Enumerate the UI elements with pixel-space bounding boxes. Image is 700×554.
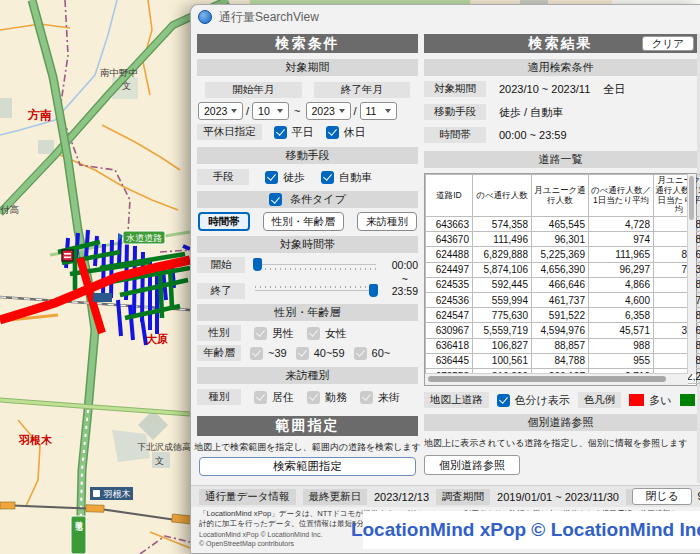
table-cell: 5,225,369 (532, 247, 589, 262)
end-year-select[interactable]: 2023 (306, 102, 351, 120)
slash: / (246, 105, 249, 117)
table-row[interactable]: 636418106,82788,8579888 (426, 338, 700, 353)
slider-thumb[interactable] (253, 258, 262, 271)
start-month-select[interactable]: 10 (252, 102, 289, 120)
table-cell: 955 (589, 353, 654, 368)
table-cell: 111,496 (473, 232, 532, 247)
chevron-down-icon (277, 109, 283, 113)
end-month-select[interactable]: 11 (360, 102, 397, 120)
table-row[interactable]: 624536559,994461,7374,6003,7 (426, 293, 700, 308)
start-time-slider[interactable] (253, 258, 378, 272)
table-row[interactable]: 6309675,559,7194,594,97645,57137,6 (426, 323, 700, 338)
tab-timeband[interactable]: 時間帯 (198, 212, 250, 231)
age-40-59-checkbox[interactable]: 40~59 (296, 347, 345, 360)
column-header[interactable]: のべ通行人数／1日当たり平均 (589, 175, 654, 217)
slider-thumb[interactable] (369, 284, 378, 297)
applied-period-value: 2023/10 ~ 2023/11 (499, 83, 590, 95)
clear-button[interactable]: クリア (642, 36, 694, 51)
hidden-station-sign (93, 293, 112, 302)
work-checkbox[interactable]: 勤務 (307, 390, 347, 405)
table-row[interactable]: 643663574,358465,5454,7283,8 (426, 217, 700, 232)
transport-label: 手段 (197, 169, 249, 185)
applied-transport-label: 移動手段 (424, 104, 486, 120)
screen: 水道道路 環七通り 羽根木 南中野中 文 方南 付高 大原 羽根木 下北沢成徳高… (0, 0, 700, 554)
walk-checkbox[interactable]: 徒歩 (265, 170, 305, 185)
column-header[interactable]: のべ通行人数 (473, 175, 532, 217)
window-title: 通行量SearchView (219, 9, 319, 26)
table-cell: 624536 (426, 293, 473, 308)
column-header[interactable]: 道路ID (426, 175, 473, 217)
tab-gender-age[interactable]: 性別・年齢層 (263, 212, 344, 231)
svg-text:羽根木: 羽根木 (103, 489, 131, 499)
tab-visit-type[interactable]: 来訪種別 (357, 212, 417, 231)
table-cell: 5,874,106 (473, 262, 532, 277)
legend-normal: 普通 (680, 393, 700, 408)
checkbox-disabled-icon (254, 327, 267, 340)
start-year-select[interactable]: 2023 (198, 102, 243, 120)
close-button[interactable]: 閉じる (632, 488, 692, 505)
svg-text:南中野中: 南中野中 (100, 67, 138, 78)
svg-text:付高: 付高 (0, 204, 20, 215)
table-row[interactable]: 624547775,630591,5226,3584,8 (426, 308, 700, 323)
visit-type-label: 種別 (197, 389, 241, 405)
checkbox-checked-icon (497, 394, 510, 407)
road-table: 道路IDのべ通行人数月ユニーク通行人数のべ通行人数／1日当たり平均月ユニーク通行… (425, 174, 700, 384)
age-over60-checkbox[interactable]: 60~ (354, 347, 391, 360)
table-cell: 636418 (426, 338, 473, 353)
title-bar[interactable]: 通行量SearchView (191, 5, 700, 29)
start-time-value: 00:00 (386, 259, 418, 271)
individual-road-header: 個別道路参照 (424, 414, 697, 431)
legend-many-swatch (629, 394, 644, 406)
time-end-label: 終了 (197, 283, 245, 299)
applied-time-label: 時間帯 (424, 127, 486, 143)
table-cell: 592,445 (473, 277, 532, 292)
residence-checkbox[interactable]: 居住 (254, 390, 294, 405)
scrollbar-thumb[interactable] (428, 376, 666, 382)
table-cell: 643670 (426, 232, 473, 247)
table-cell: 96,301 (532, 232, 589, 247)
table-row[interactable]: 624535592,445466,6464,8663,8 (426, 277, 700, 292)
checkbox-disabled-icon (354, 347, 367, 360)
visiting-checkbox[interactable]: 来街 (360, 390, 400, 405)
kannana-sign: 環七通り (71, 515, 86, 554)
checkbox-checked-icon (265, 171, 278, 184)
map-roads-label: 地図上道路 (424, 392, 489, 408)
column-header[interactable]: 月ユニーク通行人数 (532, 175, 589, 217)
scrollbar-thumb[interactable] (689, 176, 694, 220)
hanegi-busstop-sign: 羽根木 (90, 487, 133, 500)
slash: / (354, 105, 357, 117)
horizontal-scrollbar[interactable] (425, 373, 688, 385)
table-row[interactable]: 6244975,874,1064,656,39096,29776,3 (426, 262, 700, 277)
vertical-scrollbar[interactable] (687, 174, 696, 374)
table-cell: 4,600 (589, 293, 654, 308)
table-row[interactable]: 6244886,829,8885,225,369111,96585,6 (426, 247, 700, 262)
condition-type-checkbox[interactable] (269, 193, 282, 206)
checkbox-disabled-icon (254, 391, 267, 404)
checkbox-disabled-icon (307, 391, 320, 404)
start-yearmonth-label: 開始年月 (205, 82, 302, 98)
table-row[interactable]: 636445100,56184,7889558 (426, 353, 700, 368)
checkbox-checked-icon (321, 171, 334, 184)
holiday-checkbox[interactable]: 休日 (326, 125, 366, 140)
target-timeband-header: 対象時間帯 (197, 236, 418, 253)
watermark: LocationMind xPop © LocationMind Inc. (363, 511, 700, 549)
table-cell: 630967 (426, 323, 473, 338)
range-spec-button[interactable]: 検索範囲指定 (199, 457, 416, 476)
car-checkbox[interactable]: 自動車 (321, 170, 372, 185)
table-cell: 624535 (426, 277, 473, 292)
individual-road-button[interactable]: 個別道路参照 (424, 455, 520, 475)
end-time-slider[interactable] (253, 284, 378, 298)
male-checkbox[interactable]: 男性 (254, 326, 294, 341)
age-under39-checkbox[interactable]: ~39 (250, 347, 287, 360)
table-cell: 88,857 (532, 338, 589, 353)
table-cell: 4,594,976 (532, 323, 589, 338)
female-checkbox[interactable]: 女性 (307, 326, 347, 341)
applied-period-suffix: 全日 (603, 82, 625, 97)
svg-text:大原: 大原 (146, 333, 168, 345)
weekday-checkbox[interactable]: 平日 (274, 125, 314, 140)
applied-conditions-header: 適用検索条件 (424, 59, 697, 76)
svg-text:水道道路: 水道道路 (126, 233, 162, 243)
age-label: 年齢層 (197, 345, 241, 361)
table-row[interactable]: 643670111,49696,3019748 (426, 232, 700, 247)
color-display-checkbox[interactable]: 色分け表示 (497, 393, 570, 408)
